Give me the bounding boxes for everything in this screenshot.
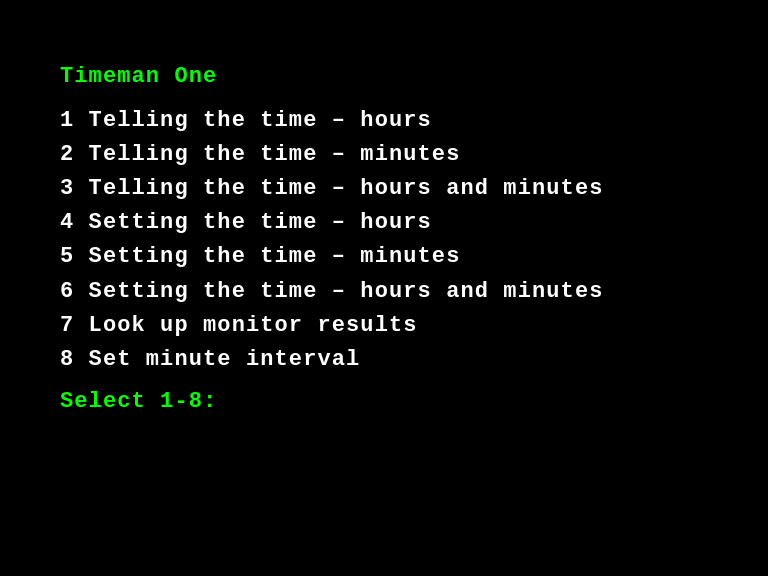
- menu-item-8[interactable]: 8 Set minute interval: [60, 343, 708, 377]
- menu-item-5[interactable]: 5 Setting the time – minutes: [60, 240, 708, 274]
- menu-item-2[interactable]: 2 Telling the time – minutes: [60, 138, 708, 172]
- app-title: Timeman One: [60, 60, 708, 94]
- menu-item-6[interactable]: 6 Setting the time – hours and minutes: [60, 275, 708, 309]
- menu-item-3[interactable]: 3 Telling the time – hours and minutes: [60, 172, 708, 206]
- screen: Timeman One 1 Telling the time – hours2 …: [0, 0, 768, 576]
- menu-item-1[interactable]: 1 Telling the time – hours: [60, 104, 708, 138]
- menu-list: 1 Telling the time – hours2 Telling the …: [60, 104, 708, 377]
- menu-item-4[interactable]: 4 Setting the time – hours: [60, 206, 708, 240]
- prompt-label[interactable]: Select 1-8:: [60, 385, 708, 419]
- menu-item-7[interactable]: 7 Look up monitor results: [60, 309, 708, 343]
